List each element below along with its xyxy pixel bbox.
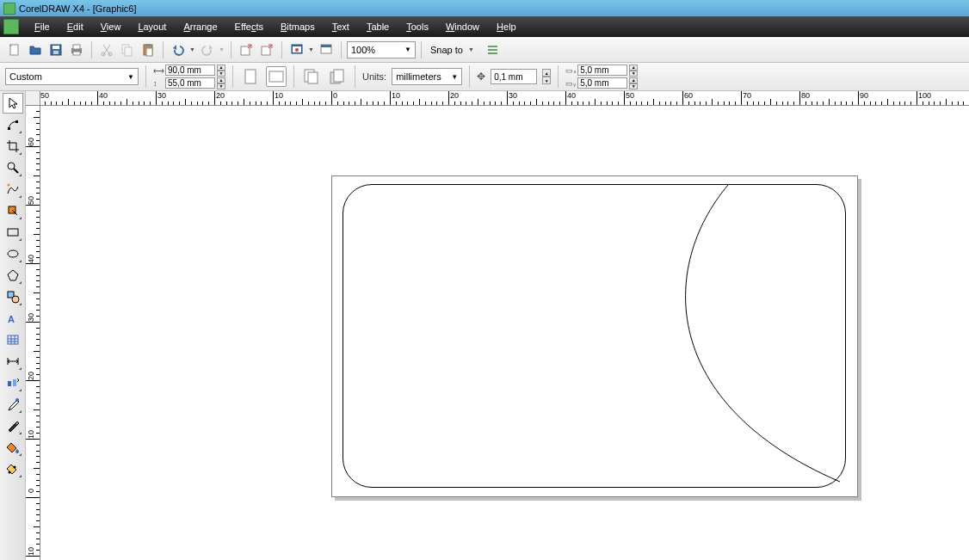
all-pages-button[interactable] [301, 66, 322, 87]
ruler-h-label: 80 [801, 91, 810, 100]
vertical-ruler[interactable]: 100102030405060 [26, 106, 40, 560]
app-launcher-button[interactable] [287, 40, 306, 59]
app-launcher-dropdown[interactable]: ▼ [308, 46, 315, 52]
paper-size-combo[interactable]: Custom ▼ [5, 68, 139, 85]
print-button[interactable] [67, 40, 86, 59]
ellipse-tool[interactable] [3, 243, 23, 264]
separator [355, 65, 355, 88]
dup-y-spin-up[interactable]: ▲ [629, 77, 638, 83]
open-button[interactable] [26, 40, 45, 59]
dup-x-spin-down[interactable]: ▼ [629, 71, 638, 77]
fill-tool[interactable] [3, 437, 23, 458]
shape-tool[interactable] [3, 114, 23, 135]
menu-view[interactable]: View [92, 18, 130, 35]
menu-help[interactable]: Help [488, 18, 525, 35]
freehand-tool[interactable] [3, 179, 23, 200]
app-menu-icon[interactable] [3, 19, 19, 34]
chevron-down-icon: ▼ [451, 73, 458, 81]
dup-x-spin-up[interactable]: ▲ [629, 65, 638, 71]
copy-button[interactable] [118, 40, 137, 59]
separator [231, 41, 231, 58]
rectangle-tool[interactable] [3, 222, 23, 243]
landscape-button[interactable] [266, 66, 287, 87]
chevron-down-icon: ▼ [404, 46, 411, 53]
page-width-input[interactable] [165, 65, 215, 76]
height-spin-up[interactable]: ▲ [217, 77, 225, 83]
interactive-fill-tool[interactable] [3, 458, 23, 479]
export-button[interactable] [257, 40, 276, 59]
zoom-combo[interactable]: 100% ▼ [347, 41, 416, 58]
svg-point-8 [108, 52, 112, 56]
svg-rect-12 [145, 44, 151, 46]
horizontal-ruler[interactable]: 50403020100102030405060708090100110 [40, 91, 969, 106]
menu-table[interactable]: Table [358, 18, 398, 35]
interactive-tool[interactable] [3, 372, 23, 393]
smart-fill-tool[interactable] [3, 200, 23, 221]
undo-button[interactable] [169, 40, 188, 59]
import-button[interactable] [237, 40, 256, 59]
ruler-h-label: 40 [567, 91, 576, 100]
paste-button[interactable] [139, 40, 157, 59]
welcome-button[interactable] [317, 40, 336, 59]
zoom-tool[interactable] [3, 157, 23, 178]
nudge-spin-down[interactable]: ▼ [542, 77, 551, 84]
units-combo[interactable]: millimeters ▼ [392, 68, 462, 85]
eyedropper-tool[interactable] [3, 394, 23, 415]
table-tool[interactable] [3, 329, 23, 350]
drawing-canvas[interactable] [40, 106, 969, 560]
pick-tool[interactable] [3, 93, 23, 114]
new-button[interactable] [5, 40, 24, 59]
svg-rect-10 [125, 47, 132, 56]
menu-bitmaps[interactable]: Bitmaps [272, 18, 324, 35]
nudge-input[interactable] [491, 69, 537, 84]
svg-point-30 [7, 184, 9, 187]
separator [145, 65, 146, 88]
duplicate-distance: ▭ₓ ▲▼ ▭ᵧ ▲▼ [565, 65, 638, 89]
ruler-v-label: 0 [27, 489, 35, 493]
menu-text[interactable]: Text [324, 18, 358, 35]
portrait-button[interactable] [240, 66, 261, 87]
svg-rect-37 [8, 335, 18, 344]
basic-shapes-tool[interactable] [3, 286, 23, 307]
dimension-tool[interactable] [3, 351, 23, 372]
page-height-input[interactable] [165, 77, 215, 89]
redo-button[interactable] [198, 40, 217, 59]
menu-arrange[interactable]: Arrange [175, 18, 225, 35]
crop-tool[interactable] [3, 136, 23, 157]
dup-y-input[interactable] [577, 77, 627, 89]
cut-button[interactable] [97, 40, 116, 59]
menu-layout[interactable]: Layout [129, 18, 175, 35]
menu-tools[interactable]: Tools [398, 18, 437, 35]
save-button[interactable] [46, 40, 65, 59]
svg-rect-24 [308, 72, 318, 83]
dup-y-spin-down[interactable]: ▼ [629, 83, 638, 89]
height-spin-down[interactable]: ▼ [217, 83, 225, 89]
width-spin-down[interactable]: ▼ [217, 71, 225, 77]
current-page-button[interactable] [327, 66, 348, 87]
menu-effects[interactable]: Effects [226, 18, 272, 35]
menu-file[interactable]: File [26, 18, 59, 35]
menu-edit[interactable]: Edit [59, 18, 92, 35]
polygon-tool[interactable] [3, 265, 23, 286]
menu-window[interactable]: Window [437, 18, 488, 35]
svg-rect-32 [8, 229, 18, 236]
undo-dropdown[interactable]: ▼ [189, 46, 196, 52]
options-button[interactable] [484, 40, 503, 59]
svg-rect-26 [334, 70, 343, 82]
snap-to-dropdown[interactable]: ▼ [468, 46, 475, 52]
separator [232, 65, 233, 88]
text-tool[interactable]: A [3, 308, 23, 329]
zoom-value: 100% [351, 45, 375, 55]
drawing-page[interactable] [331, 175, 858, 497]
nudge-spin-up[interactable]: ▲ [542, 69, 551, 77]
redo-dropdown[interactable]: ▼ [219, 46, 225, 52]
ruler-h-label: 10 [392, 91, 400, 100]
width-spin-up[interactable]: ▲ [217, 65, 225, 71]
outline-tool[interactable] [3, 415, 23, 436]
dup-x-input[interactable] [577, 65, 627, 76]
ruler-v-label: 60 [27, 138, 35, 146]
ruler-h-label: 90 [860, 91, 868, 100]
arc-shape[interactable] [676, 181, 857, 490]
ruler-h-label: 10 [275, 91, 283, 100]
ruler-origin[interactable] [26, 91, 40, 106]
